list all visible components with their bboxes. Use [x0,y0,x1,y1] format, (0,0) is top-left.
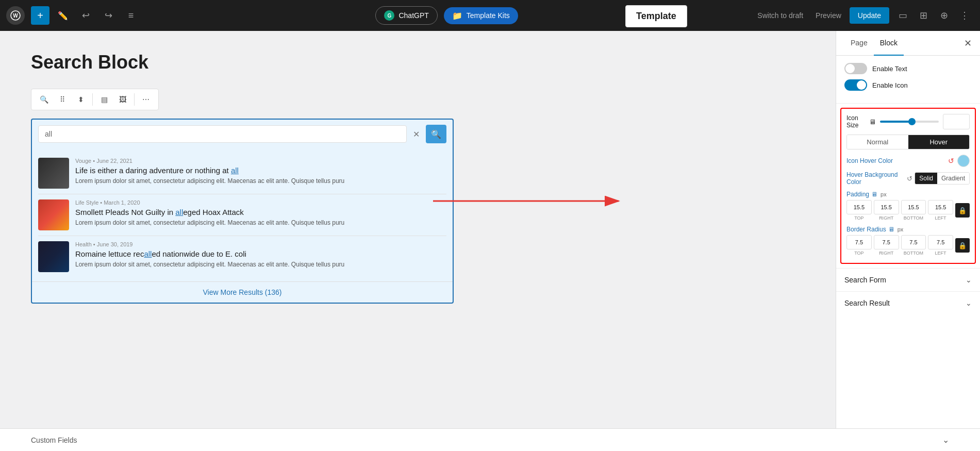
search-clear-button[interactable]: ✕ [411,127,422,141]
more-block-options-icon[interactable]: ⋯ [138,91,154,108]
border-bottom-input[interactable] [901,235,926,249]
toggle-section: Enable Text Enable Icon [836,56,980,104]
enable-text-row: Enable Text [844,63,972,74]
icon-hover-color-swatch[interactable] [957,155,970,167]
move-up-down-icon[interactable]: ⬍ [73,91,89,108]
search-input-row: ✕ 🔍 [32,120,453,148]
result-meta-1: Vouge • June 22, 2021 [75,158,446,164]
tab-page[interactable]: Page [844,31,874,56]
view-more-button[interactable]: View More Results (136) [32,281,453,303]
template-kits-icon: 📁 [452,11,462,21]
border-bottom-wrap: BOTTOM [901,235,926,256]
layout-view-button[interactable]: ▭ [893,6,912,25]
padding-bottom-input[interactable] [901,200,926,214]
block-nav-button[interactable]: ⊞ [914,6,933,25]
result-link-1[interactable]: all [231,166,239,175]
icon-size-slider-container [880,121,939,123]
tools-button[interactable]: ✏️ [54,6,72,25]
border-right-input[interactable] [874,235,899,249]
enable-text-toggle[interactable] [844,63,867,74]
padding-lock-button[interactable]: 🔒 [955,203,970,218]
panel-close-button[interactable]: ✕ [964,38,972,49]
update-button[interactable]: Update [850,7,889,24]
toolbar-right: Switch to draft Preview Update ▭ ⊞ ⊕ ⋮ [753,6,974,25]
search-form-section: Search Form ⌄ [836,268,980,291]
hover-bg-color-label: Hover Background Color [846,171,906,186]
tab-block[interactable]: Block [874,31,904,56]
gradient-tab[interactable]: Gradient [937,173,969,184]
search-input[interactable] [38,125,407,143]
result-item-1: Vouge • June 22, 2021 Life is either a d… [38,153,446,194]
border-right-wrap: RIGHT [874,235,899,256]
result-thumb-2 [38,199,69,230]
template-kits-button[interactable]: 📁 Template Kits [444,7,518,24]
result-title-3: Romaine lettuce recalled nationwide due … [75,249,446,258]
icon-hover-color-reset[interactable]: ↺ [947,156,955,166]
solid-tab[interactable]: Solid [915,173,937,184]
search-result-header[interactable]: Search Result ⌄ [836,292,980,314]
icon-size-row: Icon Size 🖥 [846,114,970,129]
padding-section: Padding 🖥 px TOP RIGHT [846,191,970,221]
search-widget: ✕ 🔍 Vouge • June 22, 2021 Life is either… [31,119,454,304]
hover-tab[interactable]: Hover [908,135,970,149]
help-button[interactable]: ⊕ [935,6,953,25]
search-submit-button[interactable]: 🔍 [426,125,446,143]
right-panel: Page Block ✕ Enable Text Enable Icon [836,31,980,428]
border-left-input[interactable] [928,235,953,249]
border-right-label: RIGHT [879,250,893,256]
redo-button[interactable]: ↪ [99,6,118,25]
block-toolbar: 🔍 ⠿ ⬍ ▤ 🖼 ⋯ [31,89,159,110]
custom-fields-label: Custom Fields [31,436,77,444]
border-radius-lock-button[interactable]: 🔒 [955,238,970,253]
border-radius-inputs: TOP RIGHT BOTTOM LEFT [846,235,970,256]
panel-header: Page Block ✕ [836,31,980,56]
search-result-section: Search Result ⌄ [836,291,980,314]
border-radius-section: Border Radius 🖥 px TOP RIGHT [846,226,970,256]
wp-logo[interactable]: W [6,6,25,25]
icon-size-input[interactable] [943,114,970,129]
search-form-header[interactable]: Search Form ⌄ [836,269,980,291]
padding-top-input[interactable] [846,200,872,214]
monitor-icon: 🖥 [869,118,876,126]
search-block-icon[interactable]: 🔍 [36,91,52,108]
switch-to-draft-button[interactable]: Switch to draft [753,8,807,23]
mode-tabs: Normal Hover [846,135,970,149]
result-content-2: Life Style • March 1, 2020 Smollett Plea… [75,199,446,230]
image-icon[interactable]: 🖼 [114,91,131,108]
result-item-3: Health • June 30, 2019 Romaine lettuce r… [38,236,446,277]
padding-left-wrap: LEFT [928,200,953,221]
normal-tab[interactable]: Normal [847,135,908,149]
padding-left-input[interactable] [928,200,953,214]
main-layout: Search Block 🔍 ⠿ ⬍ ▤ 🖼 ⋯ ✕ 🔍 [0,31,980,428]
border-top-input[interactable] [846,235,872,249]
border-left-label: LEFT [935,250,946,256]
hover-bg-color-reset[interactable]: ↺ [906,174,913,183]
padding-bottom-label: BOTTOM [904,215,923,221]
drag-handle-icon[interactable]: ⠿ [54,91,71,108]
custom-fields-bar[interactable]: Custom Fields ⌄ [0,428,980,451]
search-result-title: Search Result [844,299,890,307]
padding-left-label: LEFT [935,215,946,221]
undo-button[interactable]: ↩ [76,6,95,25]
search-form-chevron-icon: ⌄ [966,276,972,284]
result-link-3[interactable]: all [144,249,152,258]
padding-right-input[interactable] [874,200,899,214]
search-result-chevron-icon: ⌄ [966,299,972,307]
padding-label: Padding 🖥 px [846,191,970,198]
border-left-wrap: LEFT [928,235,953,256]
result-title-2: Smollett Pleads Not Guilty in alleged Ho… [75,208,446,216]
padding-top-label: TOP [854,215,863,221]
preview-button[interactable]: Preview [811,8,845,23]
result-title-1: Life is either a daring adventure or not… [75,166,446,175]
result-link-2[interactable]: all [175,208,183,216]
border-top-label: TOP [854,250,863,256]
chatgpt-button[interactable]: G ChatGPT [375,6,437,25]
details-button[interactable]: ≡ [122,6,140,25]
hover-bg-color-actions: ↺ Solid Gradient [906,172,970,185]
more-options-button[interactable]: ⋮ [955,6,974,25]
icon-size-slider[interactable] [880,121,939,123]
enable-icon-toggle[interactable] [844,79,867,91]
custom-fields-chevron-icon: ⌄ [942,435,949,445]
align-icon[interactable]: ▤ [96,91,112,108]
add-block-button[interactable]: + [31,6,49,25]
